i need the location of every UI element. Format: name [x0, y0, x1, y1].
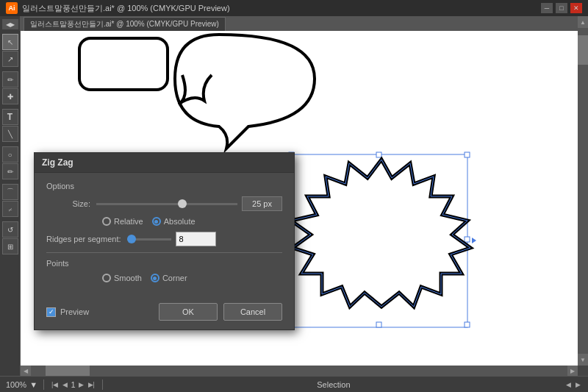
- preview-checkbox[interactable]: ✓ Preview: [46, 307, 89, 317]
- scroll-track-h[interactable]: [31, 366, 567, 376]
- last-page-btn[interactable]: ▶|: [87, 381, 96, 388]
- status-arrows: ◀ ▶: [564, 381, 582, 388]
- relative-radio-circle[interactable]: [102, 217, 111, 226]
- size-slider[interactable]: [96, 203, 237, 205]
- first-page-btn[interactable]: |◀: [50, 381, 60, 388]
- scroll-down-btn[interactable]: ▼: [578, 354, 588, 366]
- corner-radio-circle[interactable]: [151, 274, 159, 282]
- type-tools: T ╲: [2, 109, 18, 142]
- size-label: Size:: [46, 199, 90, 208]
- canvas-area[interactable]: 일러스트말풍선만들기.ai* @ 100% (CMYK/GPU Preview): [21, 16, 588, 376]
- ridges-input[interactable]: [176, 232, 216, 246]
- canvas-tab-item[interactable]: 일러스트말풍선만들기.ai* @ 100% (CMYK/GPU Preview): [24, 17, 226, 31]
- prev-page-btn[interactable]: ◀: [61, 381, 69, 388]
- points-row: Smooth Corner: [96, 274, 282, 282]
- absolute-radio[interactable]: Absolute: [152, 217, 196, 226]
- ridges-slider-container: [127, 232, 283, 246]
- absolute-radio-circle[interactable]: [152, 217, 161, 226]
- scrollbar-corner: [578, 366, 588, 376]
- type-tool[interactable]: T: [2, 109, 18, 125]
- scroll-right-btn[interactable]: ▶: [567, 366, 578, 376]
- pen-tool[interactable]: ✏: [2, 71, 18, 88]
- status-mode: Selection: [109, 380, 559, 389]
- draw-tools: ✏ ✚: [2, 71, 18, 104]
- relative-radio[interactable]: Relative: [102, 217, 143, 226]
- preview-checkbox-box[interactable]: ✓: [46, 307, 56, 317]
- scroll-track-v[interactable]: [578, 28, 588, 354]
- scrollbar-horizontal[interactable]: ◀ ▶: [21, 366, 578, 376]
- zig-zag-dialog: Zig Zag Options Size: 25 px: [34, 152, 295, 330]
- ellipse-tool[interactable]: ○: [2, 146, 18, 163]
- svg-rect-3: [376, 152, 381, 157]
- next-page-btn[interactable]: ▶: [77, 381, 85, 388]
- scrollbar-vertical[interactable]: ▲ ▼: [578, 16, 588, 366]
- relative-label: Relative: [114, 217, 143, 226]
- svg-rect-0: [79, 38, 168, 90]
- title-text: 일러스트말풍선만들기.ai* @ 100% (CMYK/GPU Preview): [22, 3, 230, 14]
- title-bar: Ai 일러스트말풍선만들기.ai* @ 100% (CMYK/GPU Previ…: [0, 0, 588, 16]
- svg-rect-9: [465, 322, 470, 327]
- line-tool[interactable]: ╲: [2, 126, 18, 142]
- radio-row: Relative Absolute: [96, 217, 282, 226]
- direct-selection-tool[interactable]: ↗: [2, 51, 18, 67]
- scroll-thumb-v[interactable]: [578, 35, 588, 65]
- shape-tools: ○ ✏: [2, 146, 18, 179]
- close-button[interactable]: ✕: [570, 3, 582, 13]
- window-controls: ─ □ ✕: [541, 3, 582, 13]
- eraser-tool[interactable]: ⌿: [2, 201, 18, 217]
- rotate-tool[interactable]: ↺: [2, 221, 18, 238]
- pencil-tool[interactable]: ✏: [2, 163, 18, 179]
- minimize-button[interactable]: ─: [541, 3, 553, 13]
- main-area: ◀▶ ↖ ↗ ✏ ✚ T ╲ ○ ✏ ⌒ ⌿ ↺ ⊞: [0, 16, 588, 376]
- zoom-value: 100%: [6, 380, 26, 389]
- artboard-tool[interactable]: ⊞: [2, 238, 18, 254]
- corner-label: Corner: [162, 274, 187, 282]
- ridges-label: Ridges per segment:: [46, 235, 121, 243]
- transform-tools: ⌒ ⌿: [2, 184, 18, 217]
- points-label: Points: [46, 259, 282, 268]
- dialog-body: Options Size: 25 px: [35, 173, 294, 297]
- zoom-control[interactable]: 100% ▼: [6, 380, 37, 389]
- status-left-btn[interactable]: ◀: [564, 381, 573, 388]
- ridges-row: Ridges per segment:: [46, 232, 282, 246]
- svg-marker-12: [291, 160, 470, 307]
- dialog-buttons: OK Cancel: [159, 303, 282, 321]
- zoom-dropdown-icon[interactable]: ▼: [29, 380, 37, 389]
- points-radio-group: Smooth Corner: [102, 274, 187, 282]
- absolute-label: Absolute: [164, 217, 196, 226]
- size-slider-container: 25 px: [96, 196, 282, 211]
- corner-radio[interactable]: Corner: [151, 274, 187, 282]
- dialog-footer: ✓ Preview OK Cancel: [35, 297, 294, 329]
- ridges-slider-thumb[interactable]: [127, 235, 136, 243]
- scroll-up-btn[interactable]: ▲: [578, 16, 588, 28]
- svg-marker-11: [472, 238, 476, 243]
- add-anchor-tool[interactable]: ✚: [2, 88, 18, 104]
- canvas-tab: 일러스트말풍선만들기.ai* @ 100% (CMYK/GPU Preview): [21, 16, 578, 31]
- ridges-slider[interactable]: [127, 238, 171, 240]
- dialog-divider: [46, 252, 282, 253]
- scroll-left-btn[interactable]: ◀: [21, 366, 31, 376]
- selection-tool[interactable]: ↖: [2, 34, 18, 50]
- cancel-button[interactable]: Cancel: [223, 303, 282, 321]
- status-right-btn[interactable]: ▶: [574, 381, 582, 388]
- mode-label: Selection: [317, 380, 350, 389]
- scroll-thumb-h[interactable]: [46, 366, 90, 376]
- brush-tool[interactable]: ⌒: [2, 184, 18, 200]
- size-row: Size: 25 px: [46, 196, 282, 211]
- svg-rect-6: [465, 237, 470, 242]
- toolbar-collapse[interactable]: ◀▶: [2, 19, 18, 29]
- app-body: ◀▶ ↖ ↗ ✏ ✚ T ╲ ○ ✏ ⌒ ⌿ ↺ ⊞: [0, 16, 588, 392]
- left-toolbar: ◀▶ ↖ ↗ ✏ ✚ T ╲ ○ ✏ ⌒ ⌿ ↺ ⊞: [0, 16, 21, 376]
- app-icon: Ai: [6, 2, 18, 14]
- page-number: 1: [71, 380, 75, 389]
- smooth-radio[interactable]: Smooth: [102, 274, 142, 282]
- maximize-button[interactable]: □: [556, 3, 567, 13]
- ok-button[interactable]: OK: [159, 303, 218, 321]
- misc-tools: ↺ ⊞: [2, 221, 18, 254]
- size-slider-thumb[interactable]: [178, 199, 187, 208]
- svg-rect-8: [376, 322, 381, 327]
- smooth-radio-circle[interactable]: [102, 274, 111, 282]
- page-nav: |◀ ◀ 1 ▶ ▶|: [50, 380, 96, 389]
- size-value: 25 px: [242, 196, 282, 211]
- preview-label: Preview: [60, 307, 89, 316]
